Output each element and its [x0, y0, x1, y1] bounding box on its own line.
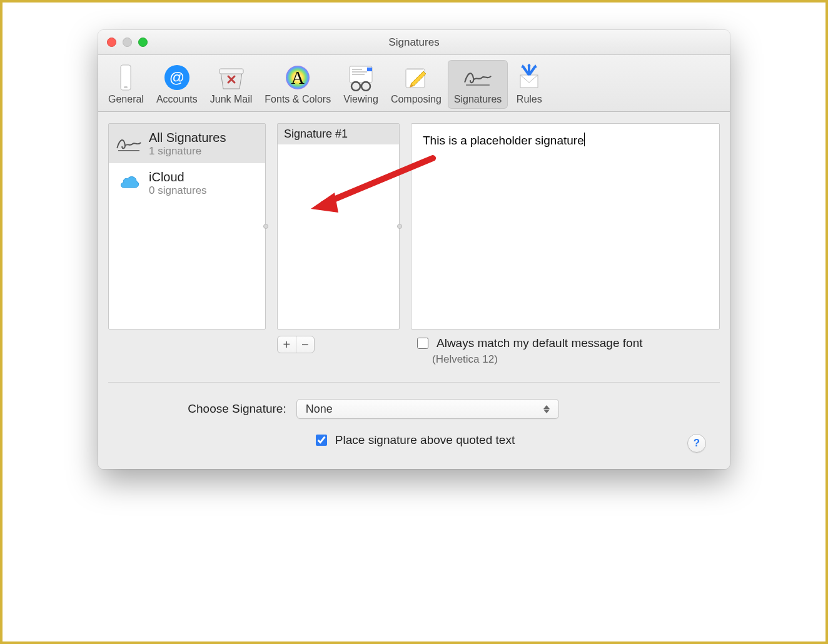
- icloud-icon: [115, 169, 143, 197]
- text-caret: [584, 133, 585, 146]
- tab-label: General: [108, 94, 144, 105]
- svg-rect-9: [352, 71, 367, 73]
- account-icloud[interactable]: iCloud 0 signatures: [109, 163, 265, 203]
- svg-rect-1: [124, 86, 128, 88]
- match-default-font-checkbox[interactable]: Always match my default message font: [415, 336, 642, 351]
- place-above-quoted-checkbox[interactable]: Place signature above quoted text: [313, 433, 515, 448]
- tab-composing[interactable]: Composing: [385, 60, 448, 109]
- signature-list-item[interactable]: Signature #1: [278, 124, 399, 144]
- tab-viewing[interactable]: Viewing: [337, 60, 385, 109]
- tab-signatures[interactable]: Signatures: [448, 60, 508, 109]
- help-icon: ?: [694, 437, 700, 450]
- titlebar: Signatures: [98, 30, 730, 55]
- account-title: All Signatures: [149, 131, 226, 145]
- fonts-colors-icon: A: [283, 63, 313, 93]
- account-subtitle: 0 signatures: [149, 184, 207, 197]
- minimize-window-button[interactable]: [123, 38, 132, 47]
- window-controls: [107, 38, 148, 47]
- tab-rules[interactable]: Rules: [508, 60, 550, 109]
- help-button[interactable]: ?: [687, 434, 706, 453]
- svg-rect-4: [220, 69, 243, 74]
- zoom-window-button[interactable]: [138, 38, 148, 47]
- accounts-panel: All Signatures 1 signature iCloud 0 sign…: [108, 123, 266, 330]
- tab-label: Composing: [391, 94, 442, 105]
- signature-body-text: This is a placeholder signature: [423, 134, 584, 147]
- signature-list-panel: Signature #1: [277, 123, 400, 330]
- match-default-font-label: Always match my default message font: [437, 336, 642, 350]
- column-resize-handle[interactable]: [263, 224, 268, 229]
- svg-rect-11: [367, 68, 372, 71]
- tab-accounts[interactable]: @ Accounts: [150, 60, 204, 109]
- add-remove-signature-control: + −: [277, 336, 315, 353]
- account-subtitle: 1 signature: [149, 145, 226, 158]
- signature-editor-content[interactable]: This is a placeholder signature: [411, 124, 719, 329]
- place-above-quoted-label: Place signature above quoted text: [335, 433, 515, 447]
- tab-label: Signatures: [454, 94, 502, 105]
- choose-signature-label: Choose Signature:: [188, 402, 286, 416]
- choose-signature-row: Choose Signature: None: [98, 399, 705, 419]
- signature-name: Signature #1: [284, 128, 348, 140]
- tab-general[interactable]: General: [102, 60, 150, 109]
- match-default-font-input[interactable]: [417, 338, 428, 349]
- tab-label: Fonts & Colors: [265, 94, 331, 105]
- svg-rect-8: [352, 69, 362, 70]
- choose-signature-value: None: [306, 403, 333, 416]
- composing-icon: [401, 63, 431, 93]
- svg-rect-10: [352, 74, 365, 75]
- signature-glyph-icon: [115, 130, 143, 158]
- general-icon: [111, 63, 141, 93]
- popup-stepper-icon: [543, 405, 552, 413]
- default-font-note: (Helvetica 12): [432, 353, 642, 366]
- rules-icon: [514, 63, 544, 93]
- column-resize-handle[interactable]: [397, 224, 402, 229]
- tab-label: Accounts: [156, 94, 198, 105]
- account-all-signatures[interactable]: All Signatures 1 signature: [109, 124, 265, 163]
- preferences-toolbar: General @ Accounts Junk Mail: [98, 55, 730, 112]
- window-title: Signatures: [98, 36, 730, 49]
- place-above-quoted-input[interactable]: [316, 435, 327, 446]
- signatures-icon: [463, 63, 493, 93]
- preferences-window: Signatures General @ Accounts Junk Mail: [98, 30, 730, 469]
- remove-signature-button[interactable]: −: [296, 336, 315, 353]
- tab-label: Rules: [517, 94, 542, 105]
- tab-junk-mail[interactable]: Junk Mail: [204, 60, 259, 109]
- accounts-icon: @: [162, 63, 192, 93]
- tab-label: Junk Mail: [210, 94, 253, 105]
- viewing-icon: [346, 63, 376, 93]
- svg-point-13: [361, 82, 370, 91]
- svg-rect-15: [407, 69, 423, 70]
- svg-text:@: @: [169, 69, 184, 86]
- close-window-button[interactable]: [107, 38, 116, 47]
- add-signature-button[interactable]: +: [278, 336, 296, 353]
- choose-signature-popup[interactable]: None: [296, 399, 559, 419]
- tab-label: Viewing: [343, 94, 378, 105]
- junk-mail-icon: [216, 63, 246, 93]
- signatures-content: All Signatures 1 signature iCloud 0 sign…: [98, 112, 730, 469]
- account-title: iCloud: [149, 170, 207, 184]
- signature-editor-panel[interactable]: This is a placeholder signature: [411, 123, 720, 330]
- svg-text:A: A: [291, 67, 305, 88]
- svg-point-12: [351, 82, 360, 91]
- bottom-section: Choose Signature: None Place signature a…: [108, 382, 720, 469]
- svg-marker-18: [527, 64, 531, 66]
- tab-fonts-colors[interactable]: A Fonts & Colors: [258, 60, 337, 109]
